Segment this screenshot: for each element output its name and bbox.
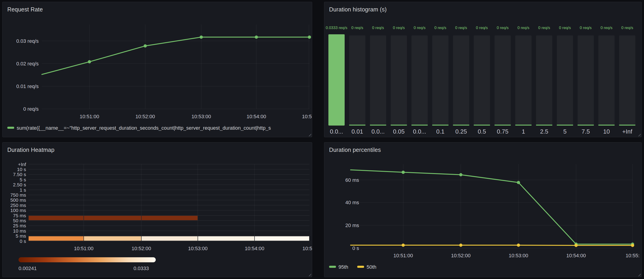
y-axis-label: 0 s (352, 246, 359, 251)
bar-value-label: 0 req/s (621, 26, 633, 30)
heatmap-bucket-label: 0 s (20, 238, 26, 244)
bar-value-label: 0 req/s (455, 26, 467, 30)
request-rate-plot[interactable]: 0.03 req/s0.02 req/s0.01 req/s0 req/s10:… (2, 2, 312, 137)
heatmap-cell (198, 236, 254, 240)
x-axis-label: 10:51:00 (74, 246, 94, 251)
bar-category-label: 1 (522, 128, 525, 135)
heatmap-bucket-label: 750 ms (10, 192, 26, 198)
bar-value-label: 0 req/s (580, 26, 592, 30)
legend-swatch (7, 127, 14, 129)
heatmap-bucket-label: 25 ms (13, 223, 26, 228)
bar-baseline (390, 125, 407, 126)
legend-label: 95th (338, 264, 348, 270)
y-axis-label: 40 ms (345, 200, 359, 205)
color-scale-max: 0.0333 (134, 266, 149, 271)
bar-baseline (370, 125, 386, 126)
x-axis-label: 10:54:00 (566, 253, 586, 258)
legend-item[interactable]: 50th (357, 264, 376, 270)
data-point (308, 36, 311, 39)
legend-label: 50th (366, 264, 376, 270)
histogram-bar (515, 36, 532, 126)
bar-category-label: 5 (563, 128, 566, 135)
histogram-bar (494, 36, 511, 126)
data-point (459, 244, 462, 247)
series-line (42, 37, 310, 74)
heatmap-bucket-label: 10 ms (13, 228, 26, 234)
histogram-bar (578, 36, 594, 126)
panel-title[interactable]: Request Rate (7, 6, 43, 13)
heatmap-bucket-label: 7.50 s (13, 172, 26, 177)
heatmap-bucket-label: 1 s (20, 187, 26, 192)
bar-value-label: 0 req/s (538, 26, 550, 30)
y-axis-label: 0 req/s (23, 106, 39, 112)
heatmap-cell (142, 236, 198, 240)
bar-value-label: 0 req/s (518, 26, 530, 30)
bar-baseline (515, 125, 532, 126)
heatmap-bucket-label: +Inf (18, 162, 26, 167)
duration-histogram-plot[interactable]: 0.0333 req/s0.0...0 req/s0.010 req/s0.0.… (324, 2, 642, 137)
data-point (517, 244, 520, 247)
bar-category-label: 0.75 (497, 128, 508, 135)
bar-value-label: 0 req/s (476, 26, 488, 30)
heatmap-bucket-label: 10 s (17, 167, 26, 172)
histogram-bar (474, 36, 490, 126)
bar-baseline (349, 125, 366, 126)
heatmap-color-scale (18, 257, 156, 262)
x-axis-label: 10:52:00 (136, 114, 155, 120)
heatmap-bucket-label: 500 ms (10, 197, 26, 202)
panel-request-rate: Request Rate 0.03 req/s0.02 req/s0.01 re… (2, 2, 312, 137)
x-axis-label: 10:51:00 (393, 253, 413, 258)
bar-baseline (453, 125, 469, 126)
duration-heatmap-plot[interactable]: +Inf10 s7.50 s5 s2.50 s1 s750 ms500 ms25… (2, 142, 312, 277)
legend-swatch (329, 266, 336, 268)
x-axis-label: 10:54:00 (246, 114, 266, 120)
heatmap-bucket-label: 5 ms (16, 233, 26, 238)
bar-baseline (474, 125, 490, 126)
bar-value-label: 0 req/s (372, 26, 384, 30)
series-line (350, 245, 632, 246)
panel-title[interactable]: Duration Heatmap (7, 146, 54, 153)
data-point (459, 173, 462, 176)
histogram-bar (557, 36, 573, 126)
color-scale-min: 0.00241 (18, 266, 37, 271)
panel-duration-histogram: Duration histogram (s) 0.0333 req/s0.0..… (324, 2, 642, 137)
bar-category-label: +Inf (622, 128, 632, 135)
bar-baseline (619, 125, 635, 126)
legend-swatch (357, 266, 364, 268)
x-axis-label: 10:55: (302, 246, 312, 251)
bar-baseline (598, 125, 614, 126)
x-axis-label: 10:52:00 (451, 253, 471, 258)
data-point (200, 36, 203, 39)
panel-duration-heatmap: Duration Heatmap +Inf10 s7.50 s5 s2.50 s… (2, 142, 312, 277)
y-axis-label: 0.02 req/s (16, 61, 39, 66)
x-axis-label: 10:53:00 (192, 114, 211, 120)
y-axis-label: 60 ms (345, 177, 359, 183)
x-axis-label: 10:55: (626, 253, 640, 258)
heatmap-bucket-label: 2.50 s (13, 182, 26, 187)
heatmap-bucket-label: 5 s (20, 177, 26, 182)
data-point (631, 244, 634, 247)
panel-title[interactable]: Duration histogram (s) (329, 6, 387, 13)
heatmap-bucket-label: 100 ms (10, 208, 26, 213)
grafana-dashboard: Request Rate 0.03 req/s0.02 req/s0.01 re… (0, 0, 644, 279)
bar-baseline (494, 125, 511, 126)
bar-value-label: 0 req/s (559, 26, 571, 30)
legend-item[interactable]: 95th (329, 264, 348, 270)
panel-title[interactable]: Duration percentiles (329, 146, 381, 153)
histogram-bar (453, 36, 469, 126)
bar-fill (328, 34, 345, 126)
x-axis-label: 10:53:00 (508, 253, 528, 258)
duration-percentiles-plot[interactable]: 60 ms40 ms20 ms0 s10:51:0010:52:0010:53:… (324, 142, 642, 277)
legend-item[interactable]: sum(rate({__name__=~"http_server_request… (7, 125, 271, 131)
heatmap-bucket-label: 75 ms (13, 213, 26, 218)
data-point (574, 244, 578, 247)
bar-category-label: 0.0... (372, 128, 385, 135)
bar-category-label: 7.5 (582, 128, 590, 135)
x-axis-label: 10:55: (302, 114, 312, 120)
histogram-bar (619, 36, 635, 126)
bar-category-label: 0.01 (352, 128, 363, 135)
x-axis-label: 10:51:00 (80, 114, 99, 120)
histogram-bar (598, 36, 614, 126)
x-axis-label: 10:52:00 (132, 246, 151, 251)
bar-baseline (412, 125, 428, 126)
